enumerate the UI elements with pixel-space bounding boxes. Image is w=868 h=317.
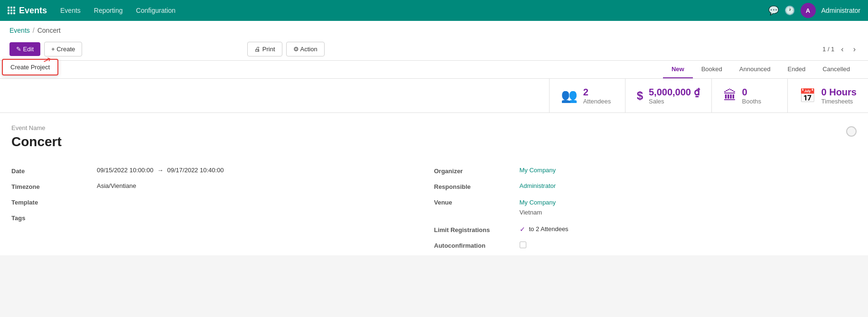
limit-registrations-value: ✓ to 2 Attendees	[520, 225, 857, 233]
booths-icon: 🏛	[723, 88, 737, 103]
fields-grid: Date 09/15/2022 10:00:00 → 09/17/2022 10…	[11, 163, 857, 253]
venue-line2: Vietnam	[520, 208, 857, 218]
event-name-value: Concert	[11, 134, 857, 149]
timesheets-icon: 📅	[799, 88, 816, 103]
organizer-value[interactable]: My Company	[520, 167, 857, 174]
autoconfirmation-value	[520, 241, 857, 249]
toolbar: ✎ Edit + Create ↙ Create Project 🖨 Print…	[0, 38, 868, 61]
status-toggle[interactable]	[846, 126, 857, 137]
timezone-value: Asia/Vientiane	[97, 182, 434, 189]
field-timezone: Timezone Asia/Vientiane	[11, 178, 434, 194]
fields-left: Date 09/15/2022 10:00:00 → 09/17/2022 10…	[11, 163, 434, 253]
breadcrumb-current: Concert	[37, 27, 61, 34]
sales-value: 5,000,000 ₫	[649, 86, 700, 98]
event-name-label: Event Name	[11, 124, 857, 131]
status-announced[interactable]: Announced	[731, 61, 779, 78]
sales-icon: $	[637, 89, 643, 103]
field-template: Template	[11, 194, 434, 210]
menu-reporting[interactable]: Reporting	[88, 4, 129, 17]
attendees-label: Attendees	[583, 98, 611, 105]
pagination: 1 / 1 ‹ ›	[822, 44, 859, 55]
action-button[interactable]: ⚙ Action	[286, 42, 325, 56]
pagination-info: 1 / 1	[822, 46, 834, 53]
pagination-prev[interactable]: ‹	[838, 44, 846, 55]
field-organizer: Organizer My Company	[434, 163, 857, 178]
timesheets-label: Timesheets	[821, 98, 857, 105]
create-button[interactable]: + Create	[44, 42, 82, 56]
field-date: Date 09/15/2022 10:00:00 → 09/17/2022 10…	[11, 163, 434, 178]
field-limit-registrations: Limit Registrations ✓ to 2 Attendees	[434, 222, 857, 237]
limit-text: to 2 Attendees	[529, 225, 569, 233]
field-venue: Venue My Company Vietnam	[434, 194, 857, 222]
main-menu: Events Reporting Configuration	[55, 4, 765, 17]
grid-icon	[8, 7, 15, 14]
fields-right: Organizer My Company Responsible Adminis…	[434, 163, 857, 253]
pagination-next[interactable]: ›	[850, 44, 859, 55]
venue-label: Venue	[434, 198, 520, 206]
attendees-icon: 👥	[561, 88, 578, 103]
date-label: Date	[11, 167, 97, 175]
stat-sales[interactable]: $ 5,000,000 ₫ Sales	[625, 79, 711, 112]
attendees-value: 2	[583, 87, 611, 98]
app-logo[interactable]: Events	[8, 6, 47, 16]
organizer-label: Organizer	[434, 167, 520, 175]
sales-label: Sales	[649, 98, 700, 105]
field-autoconfirmation: Autoconfirmation	[434, 237, 857, 253]
venue-value[interactable]: My Company Vietnam	[520, 198, 857, 218]
status-booked[interactable]: Booked	[693, 61, 731, 78]
tags-label: Tags	[11, 214, 97, 222]
timesheets-value: 0 Hours	[821, 87, 857, 98]
topnav-right: 💬 🕐 A Administrator	[768, 3, 860, 18]
breadcrumb-parent[interactable]: Events	[9, 27, 30, 34]
venue-line1: My Company	[520, 198, 857, 208]
booths-value: 0	[742, 87, 761, 98]
field-responsible: Responsible Administrator	[434, 178, 857, 194]
clock-icon[interactable]: 🕐	[784, 5, 795, 16]
print-button[interactable]: 🖨 Print	[247, 42, 282, 56]
autoconfirmation-label: Autoconfirmation	[434, 241, 520, 249]
limit-check-icon: ✓	[520, 225, 525, 233]
limit-registrations-label: Limit Registrations	[434, 225, 520, 233]
stat-booths[interactable]: 🏛 0 Booths	[711, 79, 787, 112]
timezone-label: Timezone	[11, 182, 97, 190]
booths-label: Booths	[742, 98, 761, 105]
status-ended[interactable]: Ended	[779, 61, 814, 78]
stats-row: 👥 2 Attendees $ 5,000,000 ₫ Sales 🏛 0 Bo…	[0, 79, 868, 113]
menu-configuration[interactable]: Configuration	[131, 4, 181, 17]
chat-icon[interactable]: 💬	[768, 5, 779, 16]
stat-attendees[interactable]: 👥 2 Attendees	[549, 79, 625, 112]
status-new[interactable]: New	[663, 61, 693, 78]
field-tags: Tags	[11, 210, 434, 225]
status-bar: New Booked Announced Ended Cancelled	[0, 61, 868, 79]
template-label: Template	[11, 198, 97, 206]
date-value: 09/15/2022 10:00:00 → 09/17/2022 10:40:0…	[97, 167, 434, 174]
autoconfirmation-checkbox[interactable]	[520, 242, 526, 248]
app-title: Events	[19, 6, 47, 16]
avatar[interactable]: A	[801, 3, 816, 18]
stat-timesheets[interactable]: 📅 0 Hours Timesheets	[787, 79, 868, 112]
edit-button[interactable]: ✎ Edit	[9, 42, 40, 56]
breadcrumb-separator: /	[33, 27, 35, 34]
responsible-value[interactable]: Administrator	[520, 182, 857, 189]
main-content: Event Name Concert Date 09/15/2022 10:00…	[0, 113, 868, 255]
responsible-label: Responsible	[434, 182, 520, 190]
menu-events[interactable]: Events	[55, 4, 86, 17]
status-cancelled[interactable]: Cancelled	[814, 61, 859, 78]
user-name: Administrator	[821, 7, 860, 14]
breadcrumb: Events / Concert	[0, 21, 868, 38]
top-navigation: Events Events Reporting Configuration 💬 …	[0, 0, 868, 21]
